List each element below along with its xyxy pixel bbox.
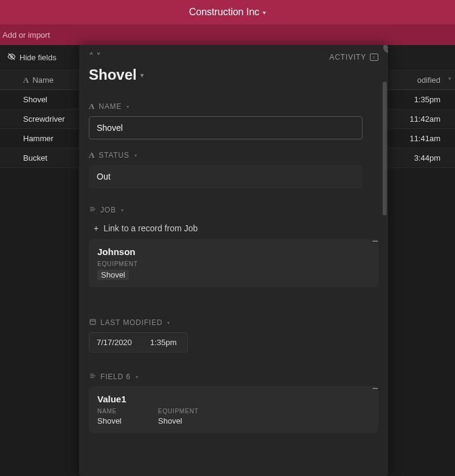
chevron-down-icon: ▾ <box>141 72 144 79</box>
svg-rect-1 <box>90 320 96 324</box>
field-last-modified: LAST MODIFIED ▾ 7/17/2020 1:35pm <box>89 318 378 352</box>
link-to-job-button[interactable]: + Link to a record from Job <box>89 220 378 239</box>
activity-toggle[interactable]: ACTIVITY <box>330 53 378 61</box>
chevron-down-icon: ▾ <box>127 104 130 110</box>
field-name: A NAME ▾ <box>89 102 378 139</box>
record-detail-panel: ✕ ˄ ˅ ACTIVITY Shovel ▾ A NAME ▾ A <box>79 45 388 476</box>
chevron-down-icon[interactable]: ▾ <box>448 75 451 82</box>
hide-fields-button[interactable]: Hide fields <box>7 52 57 63</box>
scrollbar[interactable] <box>383 82 387 215</box>
add-or-import-button[interactable]: Add or import <box>2 30 50 40</box>
text-field-icon: A <box>23 75 29 85</box>
f6-equipment-label: EQUIPMENT <box>158 408 199 415</box>
linked-job-title: Johnson <box>97 247 370 257</box>
next-record-button[interactable]: ˅ <box>96 51 101 63</box>
link-field-icon <box>89 372 97 382</box>
column-header-name[interactable]: A Name <box>0 75 79 85</box>
expand-sidebar-icon <box>370 54 378 61</box>
field-label-last-modified[interactable]: LAST MODIFIED ▾ <box>89 318 378 327</box>
field-job: JOB ▾ + Link to a record from Job − John… <box>89 205 378 287</box>
status-input[interactable] <box>89 165 363 188</box>
record-panel-header: ˄ ˅ ACTIVITY <box>79 45 388 63</box>
app-header: Construction Inc ▾ <box>0 0 455 24</box>
equipment-label: EQUIPMENT <box>97 261 370 267</box>
chevron-down-icon: ▾ <box>121 208 124 213</box>
chevron-down-icon: ▾ <box>134 153 137 158</box>
remove-link-button[interactable]: − <box>372 383 378 394</box>
f6-name-value: Shovel <box>97 416 122 425</box>
field-label-name[interactable]: A NAME ▾ <box>89 102 378 111</box>
last-modified-time: 1:35pm <box>143 333 187 352</box>
f6-equipment-value: Shovel <box>158 416 199 425</box>
eye-off-icon <box>7 52 16 63</box>
link-field-icon <box>89 205 97 215</box>
field-label-job[interactable]: JOB ▾ <box>89 205 378 215</box>
base-name-dropdown[interactable]: Construction Inc ▾ <box>189 7 266 18</box>
clock-icon <box>89 318 97 327</box>
field-6: FIELD 6 ▾ − Value1 NAME Shovel EQUIPMENT… <box>89 372 378 433</box>
linked-job-card[interactable]: − Johnson EQUIPMENT Shovel <box>89 239 378 287</box>
field-status: A STATUS ▾ <box>89 150 378 188</box>
text-field-icon: A <box>89 150 95 160</box>
linked-field6-title: Value1 <box>97 394 370 404</box>
last-modified-value: 7/17/2020 1:35pm <box>89 332 188 352</box>
field-label-status[interactable]: A STATUS ▾ <box>89 150 378 160</box>
chevron-down-icon: ▾ <box>263 9 266 16</box>
hide-fields-label: Hide fields <box>19 53 57 62</box>
base-name: Construction Inc <box>189 7 260 18</box>
name-input[interactable] <box>89 116 363 139</box>
close-icon: ✕ <box>386 45 389 52</box>
plus-icon: + <box>94 223 99 233</box>
field-label-field6[interactable]: FIELD 6 ▾ <box>89 372 378 382</box>
chevron-down-icon: ▾ <box>136 374 139 380</box>
chevron-down-icon: ▾ <box>167 320 170 326</box>
equipment-value: Shovel <box>97 270 129 280</box>
text-field-icon: A <box>89 102 95 111</box>
f6-name-label: NAME <box>97 408 122 415</box>
tabs-bar: Add or import <box>0 24 455 45</box>
prev-record-button[interactable]: ˄ <box>89 51 94 63</box>
remove-link-button[interactable]: − <box>372 236 378 247</box>
record-fields: A NAME ▾ A STATUS ▾ JOB ▾ <box>79 91 388 474</box>
linked-field6-card[interactable]: − Value1 NAME Shovel EQUIPMENT Shovel <box>89 387 378 433</box>
record-title[interactable]: Shovel ▾ <box>79 63 388 91</box>
last-modified-date: 7/17/2020 <box>89 333 143 352</box>
